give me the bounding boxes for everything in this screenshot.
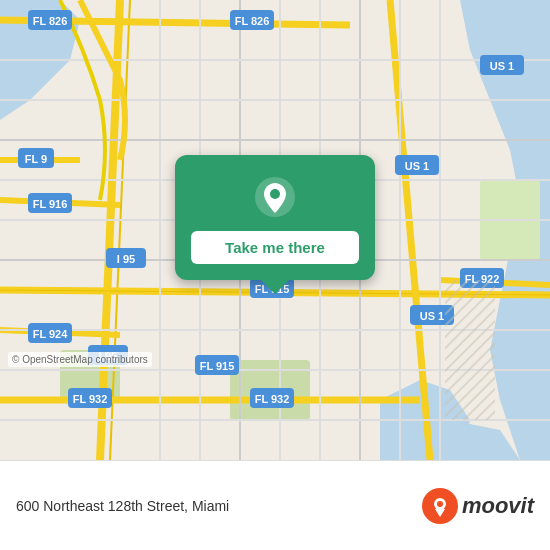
svg-text:FL 826: FL 826 [33, 15, 68, 27]
svg-rect-65 [445, 280, 495, 360]
address-text: 600 Northeast 128th Street, Miami [16, 498, 229, 514]
svg-rect-66 [445, 360, 495, 420]
svg-text:FL 915: FL 915 [200, 360, 235, 372]
svg-point-70 [437, 501, 443, 507]
svg-text:FL 924: FL 924 [33, 328, 69, 340]
svg-text:FL 932: FL 932 [255, 393, 290, 405]
location-pin-icon [253, 175, 297, 219]
copyright-text: © OpenStreetMap contributors [8, 352, 152, 367]
moovit-brand-text: moovit [462, 493, 534, 519]
svg-text:US 1: US 1 [420, 310, 444, 322]
svg-text:FL 916: FL 916 [33, 198, 68, 210]
svg-point-68 [270, 189, 280, 199]
svg-text:US 1: US 1 [490, 60, 514, 72]
svg-text:FL 826: FL 826 [235, 15, 270, 27]
svg-text:US 1: US 1 [405, 160, 429, 172]
svg-text:FL 9: FL 9 [25, 153, 47, 165]
take-me-there-button[interactable]: Take me there [191, 231, 359, 264]
map-area: FL 826 FL 826 US 1 US 1 US 1 FL 915 FL 9… [0, 0, 550, 460]
bottom-bar: 600 Northeast 128th Street, Miami moovit [0, 460, 550, 550]
moovit-logo: moovit [422, 488, 534, 524]
svg-text:FL 932: FL 932 [73, 393, 108, 405]
svg-text:I 95: I 95 [117, 253, 135, 265]
location-popup: Take me there [175, 155, 375, 280]
moovit-logo-icon [422, 488, 458, 524]
